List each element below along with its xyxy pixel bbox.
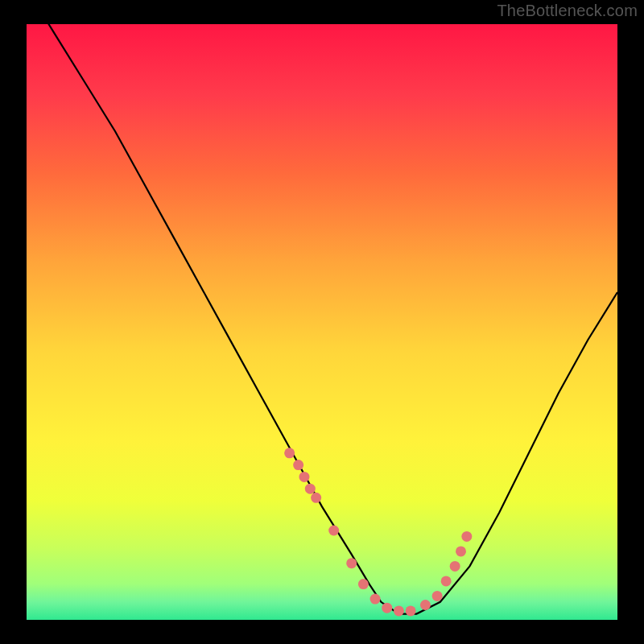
marker-point	[284, 448, 295, 458]
marker-point	[370, 594, 381, 605]
marker-point	[441, 576, 452, 586]
marker-point	[299, 472, 309, 482]
marker-point	[311, 493, 321, 503]
marker-point	[432, 591, 443, 601]
marker-point	[293, 460, 303, 470]
marker-point	[358, 579, 369, 589]
marker-point	[305, 484, 316, 494]
gradient-background	[27, 24, 617, 620]
marker-point	[450, 561, 460, 572]
marker-point	[328, 526, 339, 536]
marker-point	[461, 531, 472, 542]
plot-svg	[27, 24, 617, 620]
marker-point	[406, 605, 416, 616]
marker-point	[382, 603, 392, 613]
marker-point	[394, 605, 404, 616]
watermark-label: TheBottleneck.com	[497, 2, 638, 20]
plot-area	[27, 24, 617, 620]
chart-container: TheBottleneck.com	[0, 0, 644, 644]
marker-point	[346, 558, 357, 568]
marker-point	[456, 546, 466, 556]
marker-point	[420, 600, 431, 610]
